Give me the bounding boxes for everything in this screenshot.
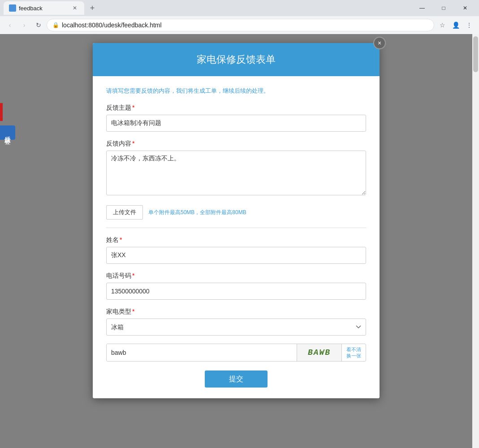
captcha-row: BAWB 看不清换一张 (106, 344, 366, 362)
appliance-required: * (132, 308, 134, 315)
captcha-input[interactable] (107, 344, 297, 361)
captcha-image: BAWB (297, 344, 341, 361)
url-bar[interactable]: 🔒 localhost:8080/udesk/feedback.html (47, 19, 434, 31)
content-textarea[interactable]: 冷冻不冷，东西冻不上。 (106, 151, 366, 195)
tab-bar: feedback ✕ + — □ ✕ (0, 0, 479, 16)
new-tab-button[interactable]: + (86, 2, 99, 14)
modal-wrapper: × 家电保修反馈表单 请填写您需要反馈的内容，我们将生成工单，继续后续的处理。 … (93, 43, 380, 398)
window-controls: — □ ✕ (412, 0, 475, 16)
appliance-select[interactable]: 冰箱 洗衣机 空调 电冰箱 (106, 319, 366, 336)
active-tab[interactable]: feedback ✕ (4, 1, 84, 15)
content-group: 反馈内容* 冷冻不冷，东西冻不上。 (106, 140, 366, 197)
minimize-button[interactable]: — (412, 0, 432, 16)
modal-close-button[interactable]: × (373, 37, 386, 49)
content-area: × 家电保修反馈表单 请填写您需要反馈的内容，我们将生成工单，继续后续的处理。 … (0, 34, 472, 448)
subject-required: * (132, 104, 134, 111)
submit-button[interactable]: 提交 (205, 370, 268, 388)
back-button[interactable]: ‹ (4, 19, 16, 31)
name-input[interactable] (106, 247, 366, 264)
url-text: localhost:8080/udesk/feedback.html (62, 22, 162, 29)
appliance-group: 家电类型* 冰箱 洗衣机 空调 电冰箱 (106, 308, 366, 336)
toolbar-actions: ☆ 👤 ⋮ (436, 19, 475, 31)
upload-hint: 单个附件最高50MB，全部附件最高80MB (148, 209, 246, 216)
modal-title: 家电保修反馈表单 (103, 53, 370, 66)
subject-label: 反馈主题* (106, 104, 366, 112)
phone-group: 电话号码* (106, 272, 366, 300)
feedback-tag[interactable]: 反馈标签 (0, 125, 15, 140)
appliance-label: 家电类型* (106, 308, 366, 316)
bookmark-button[interactable]: ☆ (436, 19, 449, 31)
tab-title: feedback (19, 5, 68, 12)
maximize-button[interactable]: □ (433, 0, 454, 16)
upload-button[interactable]: 上传文件 (106, 205, 143, 220)
phone-input[interactable] (106, 283, 366, 300)
modal: 家电保修反馈表单 请填写您需要反馈的内容，我们将生成工单，继续后续的处理。 反馈… (93, 43, 380, 398)
phone-label: 电话号码* (106, 272, 366, 280)
tab-favicon (9, 4, 16, 12)
content-required: * (132, 140, 134, 147)
window-close-button[interactable]: ✕ (455, 0, 475, 16)
captcha-refresh-button[interactable]: 看不清换一张 (341, 344, 366, 361)
red-tab-indicator (0, 103, 3, 121)
address-bar: ‹ › ↻ 🔒 localhost:8080/udesk/feedback.ht… (0, 16, 479, 34)
modal-body: 请填写您需要反馈的内容，我们将生成工单，继续后续的处理。 反馈主题* 反馈内容*… (93, 76, 380, 398)
browser-chrome: feedback ✕ + — □ ✕ ‹ › ↻ 🔒 localhost:808… (0, 0, 479, 34)
refresh-button[interactable]: ↻ (32, 19, 45, 31)
upload-row: 上传文件 单个附件最高50MB，全部附件最高80MB (106, 205, 366, 228)
name-label: 姓名* (106, 236, 366, 244)
tab-close-button[interactable]: ✕ (71, 4, 79, 12)
content-label: 反馈内容* (106, 140, 366, 148)
subject-input[interactable] (106, 115, 366, 132)
scrollbar-thumb[interactable] (473, 36, 478, 72)
modal-description: 请填写您需要反馈的内容，我们将生成工单，继续后续的处理。 (106, 87, 366, 95)
modal-header: 家电保修反馈表单 (93, 43, 380, 76)
name-group: 姓名* (106, 236, 366, 264)
account-button[interactable]: 👤 (449, 19, 462, 31)
name-required: * (120, 236, 122, 243)
subject-group: 反馈主题* (106, 104, 366, 132)
scrollbar[interactable] (472, 34, 479, 448)
lock-icon: 🔒 (52, 22, 59, 28)
forward-button[interactable]: › (18, 19, 30, 31)
menu-button[interactable]: ⋮ (463, 19, 475, 31)
phone-required: * (132, 272, 134, 279)
captcha-refresh-text: 看不清换一张 (346, 346, 361, 359)
